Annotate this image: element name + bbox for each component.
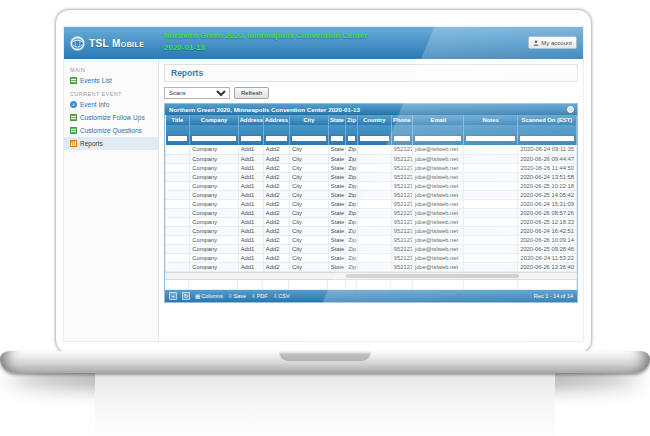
table-cell <box>464 172 517 181</box>
table-row[interactable]: CompanyAdd1Add2CityStateZip9521234540jdo… <box>166 217 577 226</box>
filter-input-zip[interactable] <box>347 135 356 142</box>
report-type-select[interactable]: Scans <box>164 87 230 99</box>
table-row[interactable]: CompanyAdd1Add2CityStateZip9521234540jdo… <box>166 163 577 172</box>
column-header-phone[interactable]: Phone <box>391 115 412 125</box>
column-header-zip[interactable]: Zip <box>346 115 358 125</box>
table-filter-row <box>166 125 577 145</box>
table-row[interactable]: CompanyAdd1Add2CityStateZip9521234540jdo… <box>166 154 577 163</box>
filter-input-address-2[interactable] <box>265 135 288 142</box>
table-cell <box>166 199 190 208</box>
add-record-icon[interactable]: + <box>169 292 177 300</box>
table-row[interactable]: CompanyAdd1Add2CityStateZip9521234540jdo… <box>166 244 577 253</box>
table-row[interactable]: CompanyAdd1Add2CityStateZip9521234540jdo… <box>166 199 577 208</box>
empty-cell <box>464 280 517 290</box>
page-icon <box>70 114 77 121</box>
table-cell <box>166 244 190 253</box>
filter-input-address-1[interactable] <box>240 135 262 142</box>
tsl-mobile-app: TSL Mobile Northern Green 2020, Minneapo… <box>63 26 584 342</box>
info-icon: i <box>70 101 77 108</box>
table-row[interactable]: CompanyAdd1Add2CityStateZip9521234540jdo… <box>166 235 577 244</box>
table-row[interactable]: CompanyAdd1Add2CityStateZip9521234540jdo… <box>166 262 577 271</box>
filter-input-city[interactable] <box>291 135 327 142</box>
table-row[interactable]: CompanyAdd1Add2CityStateZip9521234540jdo… <box>166 226 577 235</box>
sidebar-item-events-list[interactable]: Events List <box>64 74 158 87</box>
grid-title-text: Northern Green 2020, Minneapolis Convent… <box>169 106 360 113</box>
grid-collapse-icon[interactable] <box>567 106 574 113</box>
table-cell: Company <box>190 145 238 154</box>
table-row[interactable]: CompanyAdd1Add2CityStateZip9521234540jdo… <box>166 190 577 199</box>
table-cell <box>357 235 391 244</box>
column-header-email[interactable]: Email <box>413 115 464 125</box>
column-header-notes[interactable]: Notes <box>464 115 517 125</box>
export-csv-button[interactable]: ⇩ CSV <box>273 293 290 299</box>
my-account-button[interactable]: My account <box>528 36 577 49</box>
empty-cell <box>165 280 189 290</box>
filter-input-company[interactable] <box>191 135 236 142</box>
table-cell <box>166 253 190 262</box>
table-cell: 2020-06-25 12:18:33 <box>517 217 576 226</box>
table-cell: Add2 <box>263 208 289 217</box>
column-header-address-2[interactable]: Address_2 <box>263 115 289 125</box>
column-header-scanned-on-est[interactable]: Scanned On (EST) <box>517 115 576 125</box>
table-cell: City <box>290 226 329 235</box>
table-cell <box>464 154 517 163</box>
table-cell: Company <box>190 208 238 217</box>
table-cell <box>357 181 391 190</box>
export-pdf-button[interactable]: ⇩ PDF <box>251 293 268 299</box>
table-row[interactable]: CompanyAdd1Add2CityStateZip9521234540jdo… <box>166 172 577 181</box>
table-row[interactable]: CompanyAdd1Add2CityStateZip9521234540jdo… <box>166 208 577 217</box>
table-cell: jdoe@tslweb.net <box>413 190 464 199</box>
column-header-title[interactable]: Title <box>166 115 190 125</box>
table-cell: Zip <box>346 190 358 199</box>
column-header-state[interactable]: State <box>328 115 345 125</box>
table-cell: 9521234540 <box>391 253 412 262</box>
columns-button[interactable]: ▦ Columns <box>195 293 223 299</box>
table-header-row: TitleCompanyAddress_1Address_2CityStateZ… <box>166 115 577 125</box>
filter-input-scanned-on-est[interactable] <box>519 135 575 142</box>
save-button[interactable]: ⇩ Save <box>228 293 246 299</box>
table-row[interactable]: CompanyAdd1Add2CityStateZip9521234540jdo… <box>166 145 577 154</box>
filter-input-state[interactable] <box>330 135 344 142</box>
filter-input-email[interactable] <box>414 135 462 142</box>
sidebar-item-label: Event Info <box>80 101 109 108</box>
table-cell: 2020-06-26 08:57:26 <box>517 208 576 217</box>
table-row[interactable]: CompanyAdd1Add2CityStateZip9521234540jdo… <box>166 253 577 262</box>
filter-input-title[interactable] <box>167 135 189 142</box>
download-icon: ⇩ <box>273 293 278 299</box>
scrollbar-thumb[interactable] <box>346 274 519 278</box>
table-cell: Add2 <box>263 262 289 271</box>
column-header-country[interactable]: Country <box>357 115 391 125</box>
table-cell: Add2 <box>263 199 289 208</box>
sidebar-item-label: Customize Questions <box>80 127 142 134</box>
table-cell: Company <box>190 226 238 235</box>
column-header-city[interactable]: City <box>290 115 329 125</box>
column-header-address-1[interactable]: Address_1 <box>238 115 263 125</box>
table-cell <box>357 253 391 262</box>
sidebar: Main Events List Current Event i Event I… <box>64 59 159 342</box>
table-cell <box>464 199 517 208</box>
table-cell: Add2 <box>263 217 289 226</box>
reload-grid-icon[interactable]: ↻ <box>182 292 190 300</box>
column-header-company[interactable]: Company <box>190 115 238 125</box>
filter-input-phone[interactable] <box>393 135 411 142</box>
table-cell: jdoe@tslweb.net <box>413 217 464 226</box>
table-cell: 2020-06-26 09:44:47 <box>517 154 576 163</box>
table-row[interactable]: CompanyAdd1Add2CityStateZip9521234540jdo… <box>166 181 577 190</box>
filter-input-country[interactable] <box>359 135 390 142</box>
sidebar-item-customize-questions[interactable]: Customize Questions <box>64 124 158 137</box>
sidebar-item-customize-follow-ups[interactable]: Customize Follow Ups <box>64 111 158 124</box>
table-cell: 2020-06-24 16:42:51 <box>517 226 576 235</box>
table-cell: 2020-06-25 10:22:18 <box>517 181 576 190</box>
table-cell: Company <box>190 262 238 271</box>
table-cell: City <box>290 244 329 253</box>
sidebar-item-event-info[interactable]: i Event Info <box>64 98 158 111</box>
horizontal-scrollbar[interactable] <box>165 272 577 280</box>
laptop-mockup: TSL Mobile Northern Green 2020, Minneapo… <box>0 0 650 436</box>
grid-title-bar: Northern Green 2020, Minneapolis Convent… <box>165 104 577 115</box>
filter-input-notes[interactable] <box>465 135 515 142</box>
sidebar-item-reports[interactable]: Reports <box>64 137 158 150</box>
table-cell <box>166 208 190 217</box>
my-account-label: My account <box>541 40 572 46</box>
table-cell: Company <box>190 217 238 226</box>
refresh-button[interactable]: Refresh <box>234 87 269 99</box>
